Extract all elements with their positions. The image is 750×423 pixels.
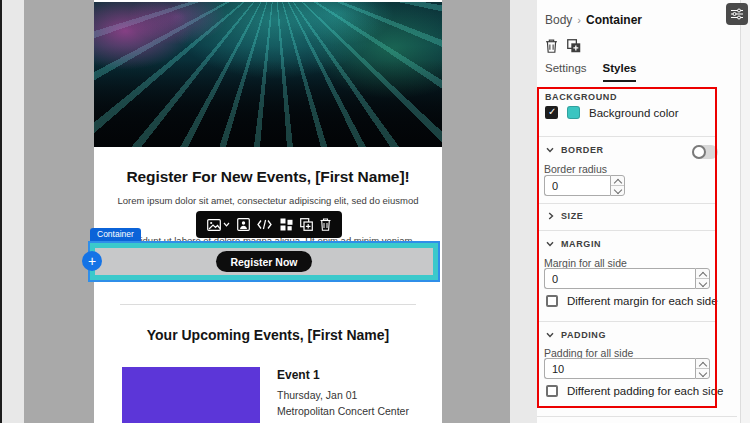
padding-stepper [695, 358, 710, 379]
padding-input-group [544, 358, 710, 379]
toggle-knob [692, 145, 706, 159]
delete-button[interactable] [320, 218, 331, 231]
breadcrumb-container: Container [586, 13, 642, 27]
background-color-row: Background color [545, 106, 679, 119]
collapsed-left-rail [2, 0, 24, 423]
edit-code-button[interactable] [257, 219, 272, 230]
email-divider[interactable] [120, 304, 416, 305]
size-section-header[interactable]: SIZE [548, 211, 583, 221]
asset-picker-icon [237, 218, 250, 231]
event-date: Thursday, Jan 01 [277, 387, 409, 403]
section-divider [538, 136, 715, 137]
stepper-down-icon[interactable] [611, 186, 624, 195]
delete-container-button[interactable] [545, 39, 558, 56]
image-dropdown-button[interactable] [207, 219, 230, 231]
selected-container-block[interactable]: Register Now [88, 241, 440, 282]
background-section-title: BACKGROUND [545, 92, 617, 102]
border-toggle[interactable] [692, 145, 718, 159]
background-color-checkbox[interactable] [545, 106, 558, 119]
different-padding-label: Different padding for each side [567, 385, 723, 397]
margin-section-header[interactable]: MARGIN [546, 239, 601, 249]
event-venue: Metropolitan Concert Center [277, 403, 409, 419]
event-title: Event 1 [277, 368, 409, 382]
border-radius-stepper [610, 175, 625, 196]
chevron-down-icon [546, 147, 554, 153]
hero-concert-image[interactable] [94, 2, 442, 147]
breadcrumb-body[interactable]: Body [545, 13, 572, 27]
margin-section-title: MARGIN [561, 239, 601, 249]
components-icon [280, 218, 293, 231]
padding-all-side-input[interactable] [544, 358, 695, 379]
margin-input-group [544, 268, 710, 289]
different-padding-checkbox[interactable] [546, 385, 558, 397]
margin-stepper [695, 268, 710, 289]
chevron-right-icon [548, 212, 554, 220]
image-icon [207, 219, 221, 231]
duplicate-icon [300, 218, 313, 231]
event-thumbnail-image[interactable] [122, 367, 260, 423]
container-content-area: Register Now [95, 248, 433, 275]
stepper-down-icon[interactable] [696, 279, 709, 288]
event-details[interactable]: Event 1 Thursday, Jan 01 Metropolitan Co… [277, 368, 409, 423]
different-margin-label: Different margin for each side [567, 295, 718, 307]
panel-scrollbar[interactable] [740, 0, 750, 423]
tab-settings[interactable]: Settings [545, 62, 587, 82]
stepper-down-icon[interactable] [696, 369, 709, 378]
breadcrumb-separator-icon: › [577, 14, 581, 26]
register-now-button[interactable]: Register Now [216, 251, 311, 272]
event-location: Anywhere, USA [277, 419, 409, 423]
add-component-button[interactable] [82, 251, 102, 271]
panel-action-row [545, 39, 581, 56]
padding-section-title: PADDING [561, 330, 606, 340]
email-designer-window: Register For New Events, [First Name]! L… [0, 0, 750, 423]
different-margin-checkbox[interactable] [546, 295, 558, 307]
selected-container-tag: Container [90, 228, 141, 241]
panel-collapse-button[interactable] [726, 3, 748, 25]
border-section-title: BORDER [561, 145, 604, 155]
duplicate-icon [567, 39, 581, 53]
section-divider [538, 230, 715, 231]
border-radius-input[interactable] [544, 175, 610, 196]
section-divider [538, 321, 715, 322]
events-heading[interactable]: Your Upcoming Events, [First Name] [94, 327, 442, 343]
different-margin-row: Different margin for each side [546, 295, 718, 307]
border-radius-input-group [544, 175, 625, 196]
margin-all-side-input[interactable] [544, 268, 695, 289]
code-icon [257, 219, 272, 230]
section-divider [537, 416, 737, 417]
background-color-swatch[interactable] [567, 106, 580, 119]
trash-icon [320, 218, 331, 231]
chevron-down-icon [546, 241, 554, 247]
border-radius-label: Border radius [544, 163, 607, 175]
asset-picker-button[interactable] [237, 218, 250, 231]
duplicate-button[interactable] [300, 218, 313, 231]
chevron-down-icon [546, 332, 554, 338]
chevron-down-icon [223, 222, 230, 227]
padding-section-header[interactable]: PADDING [546, 330, 606, 340]
section-divider [538, 203, 715, 204]
breadcrumb: Body › Container [545, 13, 642, 27]
border-section-header[interactable]: BORDER [546, 145, 604, 155]
background-color-label: Background color [589, 107, 679, 119]
different-padding-row: Different padding for each side [546, 385, 723, 397]
panel-tabs: Settings Styles [545, 62, 636, 82]
components-button[interactable] [280, 218, 293, 231]
duplicate-container-button[interactable] [567, 39, 581, 56]
tab-styles[interactable]: Styles [603, 62, 637, 82]
component-context-toolbar [196, 211, 342, 238]
email-headline[interactable]: Register For New Events, [First Name]! [94, 168, 442, 186]
sliders-icon [730, 8, 744, 20]
trash-icon [545, 39, 558, 53]
size-section-title: SIZE [561, 211, 583, 221]
